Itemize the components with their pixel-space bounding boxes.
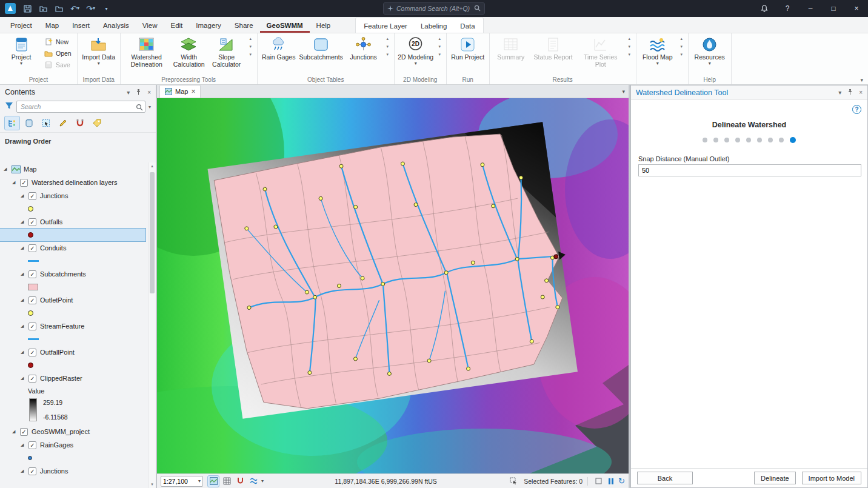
expander-icon[interactable]: ◢ [21,376,28,381]
tree-item-outletpoint[interactable]: ◢ ✓ OutletPoint [0,293,148,307]
layer-checkbox[interactable]: ✓ [28,270,36,278]
refresh-icon[interactable]: ↻ [618,477,625,485]
tree-item-raingages[interactable]: ◢ ✓ RainGages [0,438,148,452]
list-by-selection-icon[interactable] [39,116,53,130]
add-data-icon[interactable] [38,4,48,14]
layer-checkbox[interactable]: ✓ [28,375,36,383]
contents-scrollbar[interactable]: ▴ ▾ [148,162,156,488]
expander-icon[interactable]: ◢ [21,298,28,302]
list-by-labeling-icon[interactable] [90,116,104,130]
symbol-row-streamfeature[interactable] [0,333,148,346]
tab-geoswmm[interactable]: GeoSWMM [260,17,310,33]
tree-item-streamfeature[interactable]: ◢ ✓ StreamFeature [0,319,148,333]
minimize-button[interactable]: – [799,0,822,17]
group-scroll-arrows[interactable]: ▴▾▾ [384,36,392,56]
list-by-editing-icon[interactable] [56,116,70,130]
symbol-row-outfallpoint[interactable] [0,359,148,372]
layer-checkbox[interactable]: ✓ [20,428,28,436]
map-scale-input[interactable] [163,478,198,485]
open-project-icon[interactable] [54,4,64,14]
tab-help[interactable]: Help [310,17,338,33]
tab-edit[interactable]: Edit [164,17,189,33]
list-by-data-source-icon[interactable] [22,116,36,130]
rain-gages-button[interactable]: Rain Gages [260,35,298,72]
list-by-snapping-icon[interactable] [73,116,87,130]
pin-icon[interactable] [135,89,142,96]
import-to-model-button[interactable]: Import to Model [802,472,861,484]
group-scroll-arrows[interactable]: ▴▾▾ [436,36,444,56]
view-pane-menu-icon[interactable]: ▾ [622,89,625,95]
symbol-row-raingages[interactable] [0,452,148,464]
symbol-row-junctions[interactable] [0,202,148,215]
tree-item-map[interactable]: ◢ Map [0,162,148,176]
tab-insert[interactable]: Insert [65,17,96,33]
junctions-button[interactable]: Junctions [345,35,382,72]
tab-imagery[interactable]: Imagery [189,17,228,33]
delineate-button[interactable]: Delineate [754,472,795,484]
expander-icon[interactable]: ◢ [21,350,28,355]
notifications-icon[interactable] [753,0,776,17]
time-series-plot-button[interactable]: Time Series Plot [577,35,624,72]
close-button[interactable]: × [845,0,868,17]
tab-share[interactable]: Share [228,17,260,33]
basemap-icon[interactable] [208,476,219,487]
tab-data[interactable]: Data [453,18,481,33]
2d-modeling-button[interactable]: 2D 2D Modeling ▾ [397,35,435,72]
search-options-icon[interactable]: ▾ [149,104,151,110]
expander-icon[interactable]: ◢ [12,180,20,185]
group-scroll-arrows[interactable]: ▴▾▾ [678,36,686,56]
scroll-up-icon[interactable]: ▴ [149,164,156,169]
tree-item-conduits[interactable]: ◢ ✓ Conduits [0,241,148,255]
tree-item-junctions[interactable]: ◢ ✓ Junctions [0,189,148,202]
tab-view[interactable]: View [136,17,164,33]
expander-icon[interactable]: ◢ [12,429,20,434]
tree-item-junctions-2[interactable]: ◢ ✓ Junctions [0,464,148,478]
layer-checkbox[interactable]: ✓ [28,192,36,200]
panel-menu-icon[interactable]: ▾ [838,89,841,96]
symbol-row-conduits[interactable] [0,255,148,267]
tree-item-watershed-delineation-layers[interactable]: ◢ ✓ Watershed delineation layers [0,176,148,189]
undo-icon[interactable]: ↶▾ [70,4,80,14]
layer-checkbox[interactable]: ✓ [28,323,36,330]
list-by-drawing-order-icon[interactable] [5,116,19,130]
tree-item-clippedraster[interactable]: ◢ ✓ ClippedRaster [0,372,148,385]
panel-menu-icon[interactable]: ▾ [127,89,130,96]
save-icon[interactable] [22,4,33,14]
subcatchments-button[interactable]: Subcatchments [298,35,345,72]
flood-map-button[interactable]: Flood Map ▾ [639,35,676,72]
ribbon-collapse-icon[interactable]: ▾ [860,77,863,83]
save-button[interactable]: Save [41,59,75,70]
map-canvas[interactable] [157,98,629,473]
status-report-button[interactable]: Status Report [530,35,577,72]
scrollbar-thumb[interactable] [150,172,155,293]
expander-icon[interactable]: ◢ [21,469,28,473]
expander-icon[interactable]: ◢ [21,324,28,329]
layer-checkbox[interactable]: ✓ [28,441,36,449]
layer-checkbox[interactable]: ✓ [28,244,36,252]
tab-project[interactable]: Project [4,17,39,33]
flow-icon[interactable] [248,476,259,487]
project-button[interactable]: Project ▾ [2,35,40,72]
snapping-toggle-icon[interactable] [235,476,245,487]
back-button[interactable]: Back [637,472,693,484]
map-view-tab[interactable]: Map × [159,85,201,98]
layer-checkbox[interactable]: ✓ [28,467,36,475]
tab-analysis[interactable]: Analysis [96,17,136,33]
redo-icon[interactable]: ↷▾ [85,4,96,14]
expander-icon[interactable]: ◢ [21,219,28,224]
group-scroll-arrows[interactable]: ▴▾▾ [247,36,255,56]
expander-icon[interactable]: ◢ [4,167,12,172]
expander-icon[interactable]: ◢ [21,272,28,276]
open-button[interactable]: Open [41,47,75,59]
symbol-row-outletpoint[interactable] [0,307,148,319]
tab-labeling[interactable]: Labeling [414,18,453,33]
expander-icon[interactable]: ◢ [21,193,28,198]
symbol-row-outfalls[interactable] [0,229,145,241]
layer-checkbox[interactable]: ✓ [28,349,36,356]
import-data-button[interactable]: Import Data ▾ [80,35,118,72]
pause-drawing-icon[interactable] [609,478,613,484]
run-project-button[interactable]: Run Project [449,35,487,72]
new-button[interactable]: New [41,36,75,47]
tab-close-icon[interactable]: × [191,87,195,96]
width-calculation-button[interactable]: Width Calculation [170,35,208,72]
